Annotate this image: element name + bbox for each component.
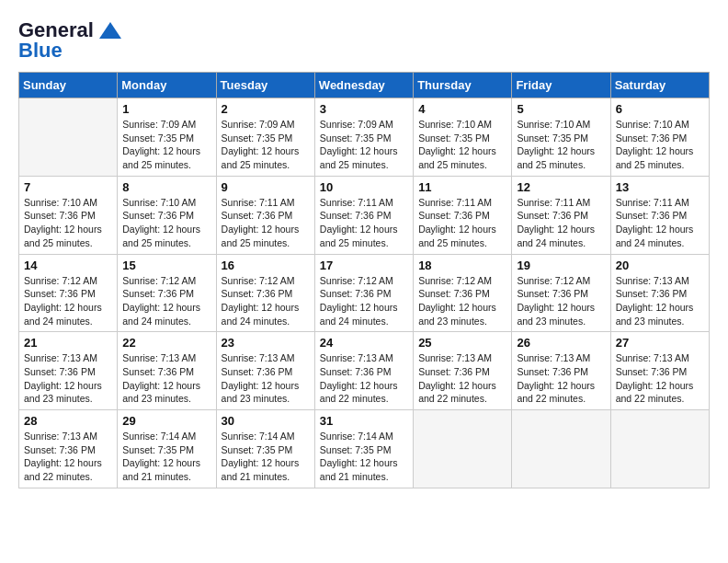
day-number: 15: [122, 259, 210, 272]
calendar-cell: 7Sunrise: 7:10 AMSunset: 7:36 PMDaylight…: [19, 176, 118, 254]
day-number: 24: [320, 336, 408, 350]
logo: General Blue: [18, 18, 123, 63]
calendar-cell: 26Sunrise: 7:13 AMSunset: 7:36 PMDayligh…: [512, 332, 610, 410]
day-info: Sunrise: 7:11 AMSunset: 7:36 PMDaylight:…: [616, 196, 704, 250]
calendar-cell: 10Sunrise: 7:11 AMSunset: 7:36 PMDayligh…: [314, 176, 413, 254]
day-info: Sunrise: 7:12 AMSunset: 7:36 PMDaylight:…: [24, 274, 112, 328]
day-number: 20: [616, 259, 704, 272]
calendar-week-row: 21Sunrise: 7:13 AMSunset: 7:36 PMDayligh…: [19, 332, 710, 410]
day-number: 26: [517, 336, 605, 350]
logo-blue-text: Blue: [18, 39, 63, 63]
day-info: Sunrise: 7:12 AMSunset: 7:36 PMDaylight:…: [320, 274, 408, 328]
day-info: Sunrise: 7:10 AMSunset: 7:36 PMDaylight:…: [616, 118, 704, 172]
day-number: 21: [24, 336, 112, 350]
day-info: Sunrise: 7:13 AMSunset: 7:36 PMDaylight:…: [222, 351, 310, 406]
day-info: Sunrise: 7:10 AMSunset: 7:36 PMDaylight:…: [122, 196, 210, 250]
day-number: 10: [320, 180, 408, 194]
day-info: Sunrise: 7:13 AMSunset: 7:36 PMDaylight:…: [616, 351, 704, 406]
calendar-cell: 19Sunrise: 7:12 AMSunset: 7:36 PMDayligh…: [512, 254, 610, 332]
calendar-cell: 12Sunrise: 7:11 AMSunset: 7:36 PMDayligh…: [512, 176, 610, 254]
day-info: Sunrise: 7:13 AMSunset: 7:36 PMDaylight:…: [517, 351, 605, 406]
calendar-cell: 23Sunrise: 7:13 AMSunset: 7:36 PMDayligh…: [216, 332, 314, 410]
weekday-header-row: SundayMondayTuesdayWednesdayThursdayFrid…: [19, 73, 710, 98]
day-info: Sunrise: 7:11 AMSunset: 7:36 PMDaylight:…: [418, 196, 506, 250]
day-info: Sunrise: 7:13 AMSunset: 7:36 PMDaylight:…: [24, 430, 112, 484]
day-number: 8: [122, 180, 210, 194]
calendar-cell: 15Sunrise: 7:12 AMSunset: 7:36 PMDayligh…: [118, 254, 216, 332]
day-info: Sunrise: 7:11 AMSunset: 7:36 PMDaylight:…: [517, 196, 605, 250]
day-info: Sunrise: 7:10 AMSunset: 7:35 PMDaylight:…: [418, 118, 506, 172]
day-number: 29: [122, 414, 210, 428]
calendar-cell: 31Sunrise: 7:14 AMSunset: 7:35 PMDayligh…: [314, 410, 413, 488]
calendar-cell: 9Sunrise: 7:11 AMSunset: 7:36 PMDaylight…: [216, 176, 314, 254]
calendar-cell: 16Sunrise: 7:12 AMSunset: 7:36 PMDayligh…: [216, 254, 314, 332]
day-number: 17: [320, 259, 408, 272]
day-number: 2: [222, 102, 310, 116]
calendar-cell: 30Sunrise: 7:14 AMSunset: 7:35 PMDayligh…: [216, 410, 314, 488]
day-number: 14: [24, 259, 112, 272]
page-header: General Blue: [18, 18, 710, 63]
calendar-cell: 4Sunrise: 7:10 AMSunset: 7:35 PMDaylight…: [414, 98, 512, 177]
calendar-cell: 29Sunrise: 7:14 AMSunset: 7:35 PMDayligh…: [118, 410, 216, 488]
day-info: Sunrise: 7:09 AMSunset: 7:35 PMDaylight:…: [320, 118, 408, 172]
day-info: Sunrise: 7:10 AMSunset: 7:36 PMDaylight:…: [24, 196, 112, 250]
calendar-cell: 28Sunrise: 7:13 AMSunset: 7:36 PMDayligh…: [19, 410, 118, 488]
day-info: Sunrise: 7:10 AMSunset: 7:35 PMDaylight:…: [517, 118, 605, 172]
weekday-header-friday: Friday: [512, 73, 610, 98]
calendar-cell: 27Sunrise: 7:13 AMSunset: 7:36 PMDayligh…: [610, 332, 709, 410]
calendar-cell: 8Sunrise: 7:10 AMSunset: 7:36 PMDaylight…: [118, 176, 216, 254]
day-number: 12: [517, 180, 605, 194]
day-info: Sunrise: 7:11 AMSunset: 7:36 PMDaylight:…: [222, 196, 310, 250]
day-number: 7: [24, 180, 112, 194]
svg-marker-0: [99, 22, 121, 39]
calendar-cell: [414, 410, 512, 488]
calendar-cell: 3Sunrise: 7:09 AMSunset: 7:35 PMDaylight…: [314, 98, 413, 177]
day-number: 11: [418, 180, 506, 194]
calendar-week-row: 28Sunrise: 7:13 AMSunset: 7:36 PMDayligh…: [19, 410, 710, 488]
day-info: Sunrise: 7:13 AMSunset: 7:36 PMDaylight:…: [616, 274, 704, 328]
calendar-cell: [512, 410, 610, 488]
calendar-cell: 25Sunrise: 7:13 AMSunset: 7:36 PMDayligh…: [414, 332, 512, 410]
weekday-header-tuesday: Tuesday: [216, 73, 314, 98]
day-number: 18: [418, 259, 506, 272]
weekday-header-sunday: Sunday: [19, 73, 118, 98]
day-number: 22: [122, 336, 210, 350]
calendar-week-row: 1Sunrise: 7:09 AMSunset: 7:35 PMDaylight…: [19, 98, 710, 177]
day-info: Sunrise: 7:14 AMSunset: 7:35 PMDaylight:…: [222, 430, 310, 484]
day-number: 1: [122, 102, 210, 116]
calendar-table: SundayMondayTuesdayWednesdayThursdayFrid…: [18, 72, 710, 488]
day-info: Sunrise: 7:09 AMSunset: 7:35 PMDaylight:…: [222, 118, 310, 172]
day-info: Sunrise: 7:12 AMSunset: 7:36 PMDaylight:…: [517, 274, 605, 328]
calendar-cell: 2Sunrise: 7:09 AMSunset: 7:35 PMDaylight…: [216, 98, 314, 177]
day-number: 16: [222, 259, 310, 272]
calendar-cell: 13Sunrise: 7:11 AMSunset: 7:36 PMDayligh…: [610, 176, 709, 254]
logo-icon: [97, 20, 123, 40]
calendar-cell: [19, 98, 118, 177]
day-info: Sunrise: 7:13 AMSunset: 7:36 PMDaylight:…: [24, 351, 112, 406]
day-info: Sunrise: 7:09 AMSunset: 7:35 PMDaylight:…: [122, 118, 210, 172]
calendar-cell: 1Sunrise: 7:09 AMSunset: 7:35 PMDaylight…: [118, 98, 216, 177]
day-info: Sunrise: 7:12 AMSunset: 7:36 PMDaylight:…: [222, 274, 310, 328]
day-number: 30: [222, 414, 310, 428]
day-number: 25: [418, 336, 506, 350]
day-info: Sunrise: 7:11 AMSunset: 7:36 PMDaylight:…: [320, 196, 408, 250]
calendar-cell: 24Sunrise: 7:13 AMSunset: 7:36 PMDayligh…: [314, 332, 413, 410]
day-info: Sunrise: 7:14 AMSunset: 7:35 PMDaylight:…: [122, 430, 210, 484]
calendar-cell: 20Sunrise: 7:13 AMSunset: 7:36 PMDayligh…: [610, 254, 709, 332]
calendar-cell: 5Sunrise: 7:10 AMSunset: 7:35 PMDaylight…: [512, 98, 610, 177]
calendar-cell: 6Sunrise: 7:10 AMSunset: 7:36 PMDaylight…: [610, 98, 709, 177]
weekday-header-thursday: Thursday: [414, 73, 512, 98]
calendar-cell: 14Sunrise: 7:12 AMSunset: 7:36 PMDayligh…: [19, 254, 118, 332]
weekday-header-saturday: Saturday: [610, 73, 709, 98]
day-number: 6: [616, 102, 704, 116]
day-number: 27: [616, 336, 704, 350]
day-info: Sunrise: 7:13 AMSunset: 7:36 PMDaylight:…: [320, 351, 408, 406]
day-info: Sunrise: 7:13 AMSunset: 7:36 PMDaylight:…: [122, 351, 210, 406]
day-number: 3: [320, 102, 408, 116]
calendar-cell: [610, 410, 709, 488]
day-info: Sunrise: 7:12 AMSunset: 7:36 PMDaylight:…: [122, 274, 210, 328]
day-info: Sunrise: 7:12 AMSunset: 7:36 PMDaylight:…: [418, 274, 506, 328]
day-info: Sunrise: 7:13 AMSunset: 7:36 PMDaylight:…: [418, 351, 506, 406]
day-number: 4: [418, 102, 506, 116]
calendar-week-row: 14Sunrise: 7:12 AMSunset: 7:36 PMDayligh…: [19, 254, 710, 332]
